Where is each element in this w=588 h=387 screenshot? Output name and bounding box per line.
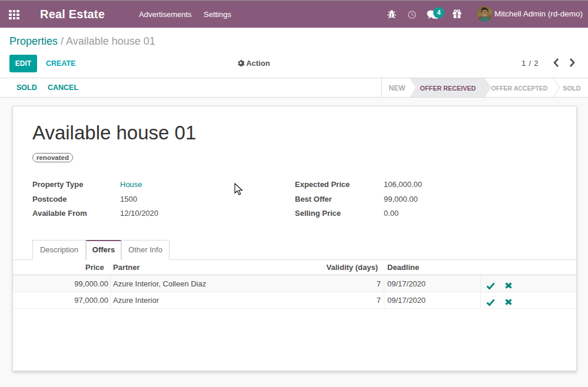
svg-text:OFFER RECEIVED: OFFER RECEIVED (420, 85, 476, 92)
svg-text:NEW: NEW (389, 84, 406, 92)
svg-text:OFFER ACCEPTED: OFFER ACCEPTED (491, 85, 548, 92)
svg-text:SOLD: SOLD (563, 85, 581, 92)
